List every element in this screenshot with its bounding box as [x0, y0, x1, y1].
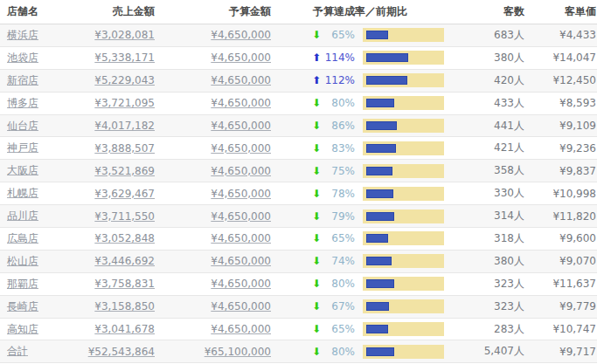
store-name-link[interactable]: 博多店	[7, 97, 38, 109]
store-name-link[interactable]: 広島店	[7, 232, 38, 244]
achievement-rate-cell: ⬇65%	[273, 231, 448, 245]
sales-amount-link[interactable]: ¥5,338,171	[94, 52, 155, 64]
customer-count-value: 420人	[494, 74, 524, 86]
store-name-link[interactable]: 長崎店	[7, 300, 38, 312]
store-name-link[interactable]: 大阪店	[7, 164, 38, 176]
budget-amount-cell: ¥4,650,000	[157, 188, 273, 200]
table-row: 大阪店¥3,521,869¥4,650,000⬇75%358人¥9,837	[0, 160, 597, 182]
table-row: 横浜店¥3,028,081¥4,650,000⬇65%683人¥4,433	[0, 24, 597, 47]
trend-down-arrow-icon: ⬇	[309, 256, 323, 266]
sales-amount-link[interactable]: ¥4,017,182	[94, 120, 155, 132]
table-row: 仙台店¥4,017,182¥4,650,000⬇86%441人¥9,109	[0, 115, 597, 138]
table-row-total: 合計¥52,543,864¥65,100,000⬇80%5,407人¥9,717	[0, 340, 597, 363]
avg-spend-cell: ¥10,747	[526, 323, 597, 335]
customer-count-value: 314人	[494, 209, 524, 222]
store-name-link[interactable]: 新宿店	[7, 74, 38, 86]
sales-amount-link[interactable]: ¥3,041,678	[94, 323, 155, 335]
achievement-rate-value: 114%	[323, 52, 355, 64]
store-name-link[interactable]: 札幌店	[7, 187, 38, 199]
store-cell: 横浜店	[0, 28, 77, 43]
budget-amount-cell: ¥4,650,000	[157, 232, 273, 244]
store-name-link[interactable]: 那覇店	[7, 278, 38, 290]
store-name-link[interactable]: 合計	[7, 345, 28, 357]
achievement-rate-bar-fill	[366, 234, 388, 243]
customer-count-cell: 283人	[448, 322, 526, 337]
achievement-rate-bar-track	[363, 141, 444, 155]
sales-amount-link[interactable]: ¥3,158,850	[94, 300, 155, 312]
budget-amount-cell: ¥4,650,000	[157, 323, 273, 335]
achievement-rate-value: 80%	[323, 346, 355, 358]
avg-spend-cell: ¥10,998	[526, 188, 597, 200]
trend-down-arrow-icon: ⬇	[309, 324, 323, 334]
avg-spend-cell: ¥9,717	[526, 346, 597, 358]
avg-spend-value: ¥9,779	[559, 300, 596, 312]
achievement-rate-bar-track	[363, 28, 444, 42]
achievement-rate-value: 79%	[323, 210, 355, 223]
store-name-link[interactable]: 池袋店	[7, 52, 38, 64]
table-row: 品川店¥3,711,550¥4,650,000⬇79%314人¥11,820	[0, 205, 597, 228]
customer-count-cell: 5,407人	[448, 344, 526, 359]
budget-amount-link[interactable]: ¥4,650,000	[211, 278, 271, 290]
sales-amount-link[interactable]: ¥3,888,507	[94, 142, 155, 155]
sales-amount-link[interactable]: ¥5,229,043	[94, 74, 155, 86]
achievement-rate-bar-fill	[366, 279, 394, 288]
achievement-rate-bar-track	[363, 51, 444, 65]
table-header-row: 店舗名 売上金額 予算金額 予算達成率／前期比 客数 客単価	[0, 0, 597, 24]
sales-amount-cell: ¥3,711,550	[77, 210, 157, 223]
customer-count-cell: 314人	[448, 209, 526, 223]
achievement-rate-cell: ⬇80%	[273, 96, 448, 110]
table-row: 那覇店¥3,758,831¥4,650,000⬇80%323人¥11,637	[0, 273, 597, 296]
sales-amount-link[interactable]: ¥3,446,692	[94, 255, 155, 267]
avg-spend-value: ¥14,047	[552, 52, 596, 64]
budget-amount-link[interactable]: ¥4,650,000	[211, 120, 271, 132]
budget-amount-link[interactable]: ¥4,650,000	[211, 232, 271, 244]
budget-amount-link[interactable]: ¥4,650,000	[211, 52, 271, 64]
avg-spend-cell: ¥9,070	[526, 255, 597, 267]
store-name-link[interactable]: 高知店	[7, 323, 38, 335]
budget-amount-link[interactable]: ¥4,650,000	[211, 210, 271, 223]
budget-amount-link[interactable]: ¥4,650,000	[211, 97, 271, 109]
customer-count-cell: 421人	[448, 141, 526, 155]
budget-amount-link[interactable]: ¥4,650,000	[211, 74, 271, 86]
achievement-rate-bar-fill	[366, 167, 392, 175]
store-name-link[interactable]: 横浜店	[7, 29, 38, 41]
customer-count-cell: 380人	[448, 254, 526, 269]
budget-amount-cell: ¥4,650,000	[157, 210, 273, 223]
sales-amount-link[interactable]: ¥3,711,550	[94, 210, 155, 223]
achievement-rate-cell: ⬇65%	[273, 28, 448, 42]
sales-amount-link[interactable]: ¥3,629,467	[94, 188, 155, 200]
customer-count-value: 330人	[494, 187, 524, 199]
store-name-link[interactable]: 神戸店	[7, 141, 38, 154]
store-name-link[interactable]: 仙台店	[7, 120, 38, 132]
budget-amount-link[interactable]: ¥4,650,000	[211, 165, 271, 177]
budget-amount-link[interactable]: ¥4,650,000	[211, 29, 271, 41]
trend-down-arrow-icon: ⬇	[309, 98, 323, 108]
budget-amount-link[interactable]: ¥65,100,000	[205, 346, 271, 358]
budget-amount-link[interactable]: ¥4,650,000	[211, 255, 271, 267]
achievement-rate-bar-track	[363, 96, 444, 110]
achievement-rate-value: 83%	[323, 142, 355, 155]
budget-amount-link[interactable]: ¥4,650,000	[211, 188, 271, 200]
sales-amount-link[interactable]: ¥3,721,095	[94, 97, 155, 109]
sales-amount-cell: ¥52,543,864	[77, 346, 157, 358]
sales-amount-link[interactable]: ¥3,028,081	[94, 29, 155, 41]
avg-spend-cell: ¥11,637	[526, 278, 597, 290]
trend-down-arrow-icon: ⬇	[309, 347, 323, 357]
achievement-rate-value: 80%	[323, 97, 355, 109]
sales-amount-link[interactable]: ¥3,521,869	[94, 165, 155, 177]
store-name-link[interactable]: 品川店	[7, 209, 38, 222]
sales-amount-link[interactable]: ¥3,758,831	[94, 278, 155, 290]
budget-amount-link[interactable]: ¥4,650,000	[211, 323, 271, 335]
budget-amount-link[interactable]: ¥4,650,000	[211, 300, 271, 312]
customer-count-value: 441人	[494, 120, 524, 132]
budget-amount-link[interactable]: ¥4,650,000	[211, 142, 271, 155]
store-name-link[interactable]: 松山店	[7, 255, 38, 267]
store-cell: 札幌店	[0, 186, 77, 201]
achievement-rate-cell: ⬇83%	[273, 141, 448, 155]
budget-amount-cell: ¥4,650,000	[157, 165, 273, 177]
customer-count-cell: 318人	[448, 231, 526, 246]
sales-amount-link[interactable]: ¥3,052,848	[94, 232, 155, 244]
avg-spend-cell: ¥9,109	[526, 120, 597, 132]
sales-amount-link[interactable]: ¥52,543,864	[88, 346, 155, 358]
trend-down-arrow-icon: ⬇	[309, 120, 323, 131]
